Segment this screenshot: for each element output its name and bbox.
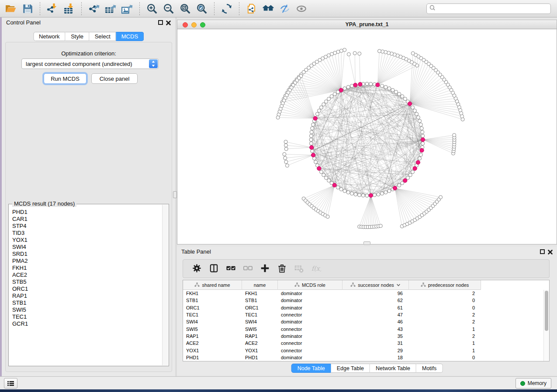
graph-node[interactable] [373,193,376,197]
graph-node[interactable] [325,100,328,103]
toggle-panel-layout-button[interactable] [206,261,221,276]
graph-node[interactable] [325,176,328,179]
graph-selected-node[interactable] [369,193,373,197]
graph-node[interactable] [411,106,415,109]
task-history-button[interactable] [4,378,17,389]
run-mcds-button[interactable]: Run MCDS [44,73,86,84]
graph-node[interactable] [411,52,415,55]
table-row[interactable]: FKH1FKH1dominator962 [183,290,543,297]
graph-node[interactable] [420,127,423,130]
graph-node[interactable] [421,134,425,138]
graph-node[interactable] [419,153,422,157]
column-header-predecessor-nodes[interactable]: predecessor nodes [409,280,481,290]
graph-selected-node[interactable] [420,148,424,152]
graph-node[interactable] [391,88,394,92]
graph-node[interactable] [284,144,288,147]
close-panel-icon[interactable] [166,20,171,25]
graph-node[interactable] [379,224,382,228]
graph-node[interactable] [358,52,361,55]
graph-node[interactable] [309,142,313,145]
graph-node[interactable] [311,127,314,130]
save-session-button[interactable] [19,1,36,16]
mcds-result-item[interactable]: GCR1 [9,320,162,327]
table-row[interactable]: STB1STB1dominator620 [183,297,543,304]
graph-node[interactable] [318,109,321,113]
select-all-columns-button[interactable] [223,261,238,276]
graph-node[interactable] [319,170,323,174]
tab-select[interactable]: Select [90,32,116,41]
graph-node[interactable] [365,194,369,197]
graph-selected-node[interactable] [421,138,425,141]
graph-node[interactable] [315,112,319,116]
clone-network-button[interactable] [243,1,260,16]
tab-node-table[interactable]: Node Table [291,364,331,373]
graph-selected-node[interactable] [408,102,412,106]
table-row[interactable]: ACE2ACE2connector311 [183,340,543,347]
tab-edge-table[interactable]: Edge Table [331,364,370,373]
close-panel-icon[interactable] [547,249,553,254]
optimization-criterion-dropdown[interactable]: largest connected component (undirected) [21,58,159,69]
graph-selected-node[interactable] [413,166,417,170]
table-scrollbar-thumb[interactable] [545,291,548,331]
graph-node[interactable] [322,103,325,106]
mcds-result-item[interactable]: ORC1 [9,285,162,292]
graph-node[interactable] [284,156,287,160]
zoom-selected-button[interactable] [194,1,210,16]
graph-selected-node[interactable] [353,83,357,87]
graph-node[interactable] [403,97,407,101]
table-row[interactable]: TEC1TEC1connector472 [183,311,543,318]
graph-node[interactable] [387,189,391,193]
close-panel-button[interactable]: Close panel [91,73,138,84]
mcds-result-item[interactable]: CAR1 [9,216,162,223]
graph-selected-node[interactable] [339,88,343,92]
delete-columns-button[interactable] [274,261,289,276]
export-image-button[interactable] [119,1,135,16]
graph-node[interactable] [350,192,354,195]
memory-button[interactable]: Memory [515,378,551,389]
mcds-result-item[interactable]: TEC1 [9,313,162,320]
graph-node[interactable] [361,194,365,197]
graph-node[interactable] [284,140,287,144]
home-button[interactable] [260,1,277,16]
search-box[interactable] [426,3,551,14]
graph-node[interactable] [439,196,443,199]
graph-node[interactable] [411,170,415,174]
mcds-result-scrollbar[interactable] [162,205,168,365]
graph-node[interactable] [384,191,387,194]
graph-node[interactable] [336,186,340,189]
graph-node[interactable] [350,84,354,88]
graph-node[interactable] [322,173,325,177]
graph-node[interactable] [381,192,384,195]
mcds-result-item[interactable]: PHD1 [9,209,162,216]
graph-node[interactable] [377,193,380,196]
export-table-button[interactable] [102,1,119,16]
graph-node[interactable] [398,184,401,187]
graph-node[interactable] [343,48,346,52]
graph-node[interactable] [354,193,357,196]
graph-selected-node[interactable] [311,153,315,157]
column-header-MCDS-role[interactable]: MCDS role [278,280,343,290]
column-header-successor-nodes[interactable]: successor nodes [343,280,409,290]
export-network-button[interactable] [86,1,102,16]
graph-selected-node[interactable] [416,161,420,165]
mcds-result-item[interactable]: STB5 [9,279,162,285]
mcds-result-item[interactable]: FKH1 [9,265,162,272]
graph-node[interactable] [283,152,286,156]
graph-node[interactable] [413,109,416,113]
graph-node[interactable] [343,87,346,90]
graph-node[interactable] [276,116,280,119]
show-graphics-details-button[interactable] [293,1,310,16]
table-scrollbar[interactable] [543,290,549,361]
graph-node[interactable] [415,112,419,116]
graph-selected-node[interactable] [393,186,397,190]
graph-node[interactable] [284,160,288,164]
zoom-fit-button[interactable] [177,1,194,16]
graph-node[interactable] [311,123,315,127]
mcds-result-item[interactable]: PMA2 [9,258,162,265]
mcds-result-item[interactable]: STB1 [9,299,162,306]
graph-node[interactable] [326,215,329,218]
float-panel-icon[interactable] [540,249,545,254]
graph-node[interactable] [284,147,288,151]
graph-node[interactable] [285,164,289,167]
graph-node[interactable] [418,119,422,123]
